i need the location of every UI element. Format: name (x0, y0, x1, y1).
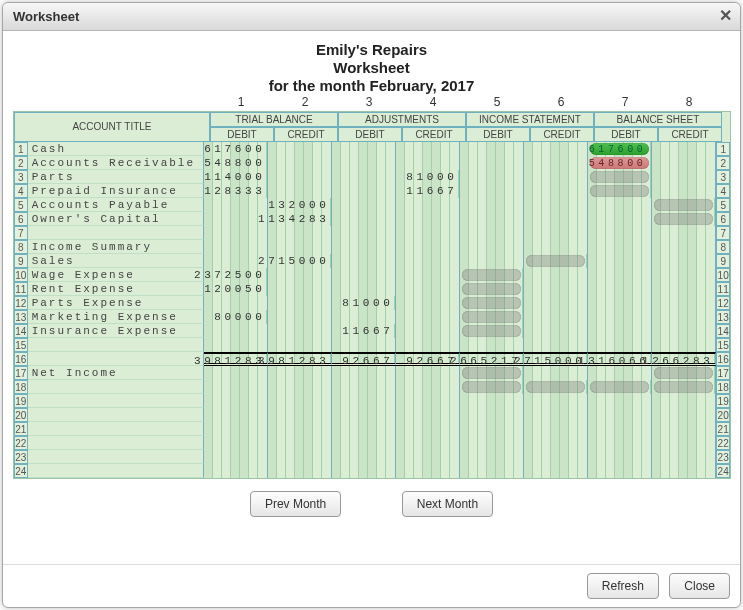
amount-cell[interactable] (524, 380, 588, 394)
amount-cell[interactable] (268, 184, 332, 198)
amount-cell[interactable] (268, 422, 332, 436)
account-title-cell[interactable]: Accounts Receivable (28, 156, 205, 170)
amount-cell[interactable] (396, 282, 460, 296)
amount-cell[interactable] (652, 198, 716, 212)
amount-cell[interactable] (460, 156, 524, 170)
amount-cell[interactable] (204, 394, 268, 408)
amount-cell[interactable] (332, 254, 396, 268)
account-title-cell[interactable]: Insurance Expense (28, 324, 205, 338)
amount-cell[interactable] (204, 254, 268, 268)
amount-cell[interactable] (652, 282, 716, 296)
amount-cell[interactable] (204, 338, 268, 352)
close-icon[interactable]: ✕ (716, 7, 734, 25)
amount-cell[interactable] (460, 226, 524, 240)
amount-cell[interactable]: 81000 (332, 296, 396, 310)
amount-cell[interactable] (588, 380, 652, 394)
amount-cell[interactable]: 80000 (204, 310, 268, 324)
amount-cell[interactable] (652, 184, 716, 198)
amount-cell[interactable] (460, 282, 524, 296)
amount-cell[interactable] (204, 240, 268, 254)
account-title-cell[interactable]: Prepaid Insurance (28, 184, 205, 198)
amount-cell[interactable] (396, 156, 460, 170)
amount-cell[interactable]: 2715000 (524, 352, 588, 366)
amount-cell[interactable] (396, 366, 460, 380)
amount-cell[interactable] (588, 394, 652, 408)
amount-cell[interactable] (524, 240, 588, 254)
amount-cell[interactable] (332, 422, 396, 436)
account-title-cell[interactable] (28, 226, 205, 240)
account-title-cell[interactable]: Parts (28, 170, 205, 184)
amount-cell[interactable] (396, 394, 460, 408)
amount-cell[interactable] (652, 226, 716, 240)
amount-cell[interactable] (396, 142, 460, 156)
account-title-cell[interactable]: Parts Expense (28, 296, 205, 310)
amount-cell[interactable] (332, 156, 396, 170)
amount-cell[interactable]: 114000 (204, 170, 268, 184)
amount-cell[interactable] (332, 170, 396, 184)
account-title-cell[interactable] (28, 380, 205, 394)
account-title-cell[interactable] (28, 464, 205, 478)
amount-cell[interactable] (588, 212, 652, 226)
amount-cell[interactable] (652, 324, 716, 338)
amount-cell[interactable]: 2665217 (460, 352, 524, 366)
amount-cell[interactable] (652, 436, 716, 450)
prev-month-button[interactable]: Prev Month (250, 491, 341, 517)
amount-cell[interactable] (652, 170, 716, 184)
amount-cell[interactable] (268, 226, 332, 240)
amount-cell[interactable] (652, 338, 716, 352)
amount-cell[interactable] (332, 380, 396, 394)
amount-cell[interactable] (332, 464, 396, 478)
amount-cell[interactable]: 1266283 (652, 352, 716, 366)
account-title-cell[interactable] (28, 338, 205, 352)
amount-cell[interactable]: 1134283 (268, 212, 332, 226)
amount-cell[interactable] (204, 450, 268, 464)
amount-cell[interactable] (396, 450, 460, 464)
amount-cell[interactable] (588, 170, 652, 184)
amount-cell[interactable] (652, 156, 716, 170)
amount-cell[interactable] (652, 380, 716, 394)
amount-cell[interactable] (268, 380, 332, 394)
amount-cell[interactable] (652, 268, 716, 282)
amount-cell[interactable] (588, 436, 652, 450)
amount-cell[interactable] (268, 324, 332, 338)
amount-cell[interactable]: 2715000 (268, 254, 332, 268)
amount-cell[interactable] (204, 422, 268, 436)
amount-cell[interactable] (524, 464, 588, 478)
amount-cell[interactable] (396, 226, 460, 240)
amount-cell[interactable] (204, 408, 268, 422)
amount-cell[interactable] (588, 450, 652, 464)
amount-cell[interactable] (588, 226, 652, 240)
amount-cell[interactable] (460, 254, 524, 268)
amount-cell[interactable] (332, 184, 396, 198)
amount-cell[interactable] (204, 464, 268, 478)
amount-cell[interactable] (524, 324, 588, 338)
amount-cell[interactable] (268, 296, 332, 310)
amount-cell[interactable] (332, 366, 396, 380)
amount-cell[interactable] (460, 296, 524, 310)
account-title-cell[interactable]: Cash (28, 142, 205, 156)
amount-cell[interactable] (524, 226, 588, 240)
amount-cell[interactable] (268, 142, 332, 156)
account-title-cell[interactable]: Rent Expense (28, 282, 205, 296)
amount-cell[interactable] (524, 142, 588, 156)
next-month-button[interactable]: Next Month (402, 491, 493, 517)
amount-cell[interactable] (332, 212, 396, 226)
amount-cell[interactable] (268, 436, 332, 450)
account-title-cell[interactable]: Accounts Payable (28, 198, 205, 212)
amount-cell[interactable] (332, 394, 396, 408)
amount-cell[interactable] (652, 366, 716, 380)
amount-cell[interactable] (652, 450, 716, 464)
amount-cell[interactable] (396, 464, 460, 478)
amount-cell[interactable] (396, 380, 460, 394)
amount-cell[interactable] (204, 198, 268, 212)
amount-cell[interactable] (524, 450, 588, 464)
amount-cell[interactable]: 92667 (332, 352, 396, 366)
amount-cell[interactable] (460, 268, 524, 282)
amount-cell[interactable] (332, 310, 396, 324)
amount-cell[interactable] (652, 254, 716, 268)
amount-cell[interactable] (332, 268, 396, 282)
amount-cell[interactable]: 548800 (588, 156, 652, 170)
amount-cell[interactable] (652, 408, 716, 422)
amount-cell[interactable] (460, 450, 524, 464)
amount-cell[interactable] (460, 380, 524, 394)
